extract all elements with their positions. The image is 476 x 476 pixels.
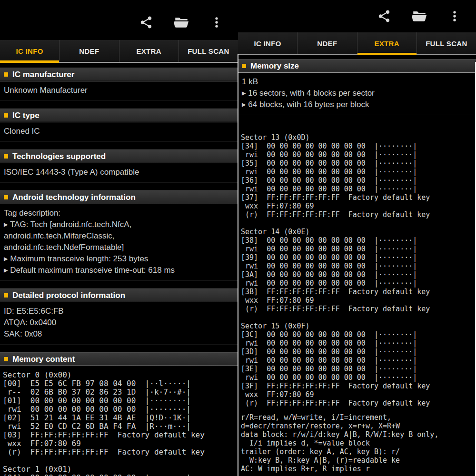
section-body: 1 kB ▸ 16 sectors, with 4 blocks per sec…: [238, 73, 476, 115]
section-body: Unknown Manufacturer: [0, 81, 238, 101]
tab-bar: IC INFO NDEF EXTRA FULL SCAN: [238, 32, 476, 55]
action-bar: [238, 0, 476, 32]
section-title: Memory content: [12, 355, 75, 364]
tab-ic-info[interactable]: IC INFO: [238, 32, 298, 54]
section-header: Android technology information: [0, 190, 238, 204]
section-bullet-icon: [4, 195, 8, 199]
section-title: Memory size: [250, 61, 299, 71]
section-bullet-icon: [4, 72, 8, 77]
overflow-menu-icon: [210, 16, 223, 29]
section-header: Technologies supported: [0, 149, 238, 163]
section-android-technology-information: Android technology information Tag descr…: [0, 190, 238, 281]
tab-full-scan[interactable]: FULL SCAN: [417, 32, 476, 54]
share-button[interactable]: [375, 7, 393, 25]
section-header: Memory size: [238, 59, 476, 73]
open-folder-icon: [411, 8, 427, 24]
section-memory-content: Memory content Sector 0 (0x00) [00] E5 E…: [0, 352, 238, 476]
tab-full-scan[interactable]: FULL SCAN: [179, 40, 238, 62]
section-body: Cloned IC: [0, 122, 238, 142]
section-title: Android technology information: [12, 193, 136, 202]
tab-ndef[interactable]: NDEF: [60, 40, 119, 62]
tab-ic-info[interactable]: IC INFO: [0, 40, 60, 62]
section-header: Memory content: [0, 352, 238, 366]
section-body: ID: E5:E5:6C:FB ATQA: 0x0400 SAK: 0x08: [0, 302, 238, 345]
sector-dump: Sector 13 (0x0D) [34] 00 00 00 00 00 00 …: [238, 133, 476, 407]
left-screen-ic-info: IC INFO NDEF EXTRA FULL SCAN IC manufact…: [0, 0, 238, 476]
section-header: Detailed protocol information: [0, 288, 238, 302]
section-bullet-icon: [4, 154, 8, 159]
share-icon: [377, 9, 391, 23]
tab-ndef[interactable]: NDEF: [298, 32, 357, 54]
screenshot-divider-line: [238, 54, 238, 476]
section-header: IC type: [0, 109, 238, 122]
section-detailed-protocol-information: Detailed protocol information ID: E5:E5:…: [0, 288, 238, 345]
overflow-menu-button[interactable]: [208, 13, 226, 31]
tab-bar: IC INFO NDEF EXTRA FULL SCAN: [0, 40, 238, 63]
overflow-menu-button[interactable]: [446, 7, 464, 25]
open-folder-icon: [173, 14, 189, 30]
section-body: Tag description: ▸ TAG: Tech [android.nf…: [0, 204, 238, 281]
memory-content-dump: Sector 0 (0x00) [00] E5 E5 6C FB 97 08 0…: [0, 371, 238, 476]
dual-screenshot: IC INFO NDEF EXTRA FULL SCAN IC manufact…: [0, 0, 476, 476]
open-file-button[interactable]: [172, 13, 190, 31]
section-memory-size: Memory size 1 kB ▸ 16 sectors, with 4 bl…: [238, 59, 476, 115]
tab-extra[interactable]: EXTRA: [357, 32, 417, 54]
share-button[interactable]: [137, 13, 155, 31]
open-file-button[interactable]: [410, 7, 428, 25]
access-conditions-legend: r/R=read, w/W=write, i/I=increment, d=de…: [238, 413, 476, 473]
action-bar: [0, 0, 238, 40]
section-ic-manufacturer: IC manufacturer Unknown Manufacturer: [0, 68, 238, 101]
ic-info-content: IC manufacturer Unknown Manufacturer IC …: [0, 68, 238, 476]
tab-extra[interactable]: EXTRA: [119, 40, 179, 62]
share-icon: [139, 15, 153, 30]
section-bullet-icon: [4, 357, 8, 361]
extra-content: Memory size 1 kB ▸ 16 sectors, with 4 bl…: [238, 59, 476, 473]
section-ic-type: IC type Cloned IC: [0, 109, 238, 142]
section-title: Technologies supported: [12, 152, 106, 161]
section-bullet-icon: [242, 64, 246, 68]
section-technologies-supported: Technologies supported ISO/IEC 14443-3 (…: [0, 149, 238, 183]
section-bullet-icon: [4, 293, 8, 298]
section-title: IC type: [12, 111, 40, 120]
section-body: ISO/IEC 14443-3 (Type A) compatible: [0, 163, 238, 183]
section-bullet-icon: [4, 113, 8, 118]
section-title: IC manufacturer: [12, 70, 74, 79]
section-title: Detailed protocol information: [12, 291, 125, 300]
overflow-menu-icon: [448, 10, 461, 23]
right-screen-extra: IC INFO NDEF EXTRA FULL SCAN Memory size…: [238, 0, 476, 476]
section-header: IC manufacturer: [0, 68, 238, 81]
